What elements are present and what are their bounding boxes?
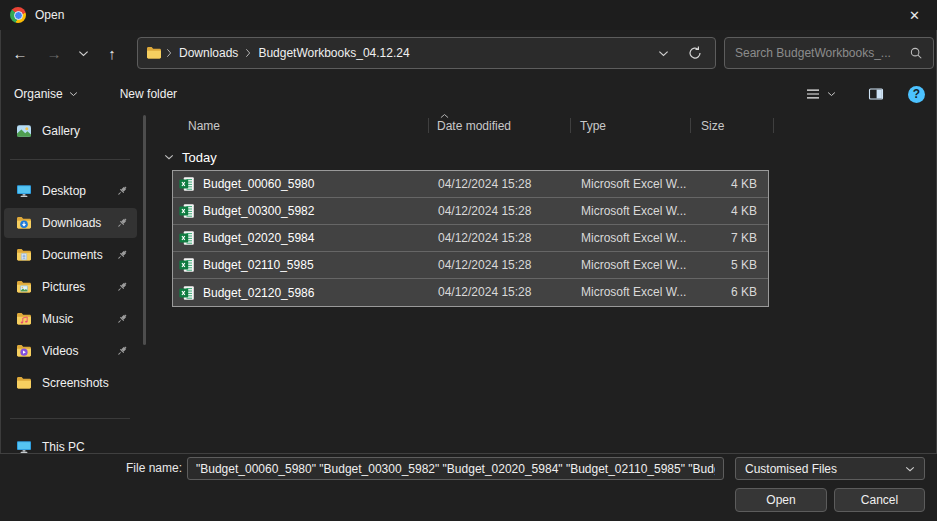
toolbar-right: ?	[797, 76, 925, 112]
desktop-icon	[16, 183, 32, 199]
sidebar-item-label: Pictures	[42, 280, 85, 294]
downloads-icon	[16, 215, 32, 231]
file-list-pane: Name Date modified Type Size Today Budge…	[137, 112, 937, 453]
file-date: 04/12/2024 15:28	[438, 198, 531, 225]
search-input[interactable]	[735, 46, 909, 60]
group-label: Today	[182, 150, 217, 165]
excel-file-icon	[179, 176, 195, 192]
sidebar-item-desktop[interactable]: Desktop	[4, 176, 137, 206]
file-type: Microsoft Excel W...	[581, 252, 686, 279]
sidebar-item-label: Documents	[42, 248, 103, 262]
file-name: Budget_02020_5984	[203, 231, 314, 245]
file-date: 04/12/2024 15:28	[438, 225, 531, 252]
file-date: 04/12/2024 15:28	[438, 252, 531, 279]
column-header-date-modified[interactable]: Date modified	[437, 119, 511, 133]
file-date: 04/12/2024 15:28	[438, 279, 531, 306]
sidebar-item-label: Gallery	[42, 124, 80, 138]
chevron-down-icon	[827, 91, 836, 97]
this-pc-icon	[16, 439, 32, 453]
sidebar-item-documents[interactable]: Documents	[4, 240, 137, 270]
sidebar-item-gallery[interactable]: Gallery	[4, 116, 137, 146]
close-icon: ✕	[909, 8, 920, 23]
sidebar-divider	[10, 159, 130, 160]
breadcrumb-current-folder[interactable]: BudgetWorkbooks_04.12.24	[255, 46, 412, 60]
group-collapse-icon	[164, 154, 174, 160]
column-headers: Name Date modified Type Size	[137, 112, 937, 138]
titlebar: Open ✕	[0, 0, 937, 30]
pictures-icon	[16, 279, 32, 295]
sidebar-item-label: Desktop	[42, 184, 86, 198]
file-type-value: Customised Files	[745, 462, 837, 476]
up-icon: ↑	[108, 45, 116, 62]
navigation-bar: ← → ↑ Downloads BudgetWorkbooks_04.12.24	[0, 30, 937, 76]
sidebar-item-videos[interactable]: Videos	[4, 336, 137, 366]
nav-buttons: ← → ↑	[4, 38, 128, 68]
breadcrumb-downloads[interactable]: Downloads	[176, 46, 241, 60]
file-size: 6 KB	[697, 279, 757, 306]
toolbar: Organise New folder ?	[0, 76, 937, 112]
file-size: 4 KB	[697, 198, 757, 225]
organise-button[interactable]: Organise	[6, 82, 86, 106]
music-icon	[16, 311, 32, 327]
sidebar-item-label: This PC	[42, 440, 85, 453]
column-separator[interactable]	[428, 118, 429, 133]
column-separator[interactable]	[570, 118, 571, 133]
file-row[interactable]: Budget_02020_5984 04/12/2024 15:28 Micro…	[173, 225, 768, 252]
folder-icon	[146, 45, 162, 61]
group-header-today[interactable]: Today	[137, 145, 217, 169]
sidebar-item-pictures[interactable]: Pictures	[4, 272, 137, 302]
sidebar-item-screenshots[interactable]: Screenshots	[4, 368, 137, 398]
file-type: Microsoft Excel W...	[581, 198, 686, 225]
up-button[interactable]: ↑	[96, 38, 128, 68]
new-folder-button[interactable]: New folder	[112, 82, 185, 106]
preview-pane-button[interactable]	[860, 81, 892, 107]
address-dropdown-icon[interactable]	[658, 50, 669, 57]
file-row[interactable]: Budget_00300_5982 04/12/2024 15:28 Micro…	[173, 198, 768, 225]
sidebar-item-this-pc[interactable]: This PC	[4, 432, 137, 453]
address-bar[interactable]: Downloads BudgetWorkbooks_04.12.24	[137, 37, 716, 69]
open-button[interactable]: Open	[735, 488, 827, 512]
column-separator[interactable]	[773, 118, 774, 133]
file-row[interactable]: Budget_02110_5985 04/12/2024 15:28 Micro…	[173, 252, 768, 279]
file-name: Budget_02110_5985	[203, 258, 314, 272]
excel-file-icon	[179, 230, 195, 246]
file-type-select[interactable]: Customised Files	[735, 457, 925, 480]
excel-file-icon	[179, 285, 195, 301]
column-header-type[interactable]: Type	[580, 119, 606, 133]
forward-button[interactable]: →	[38, 38, 70, 68]
sidebar-item-label: Screenshots	[42, 376, 109, 390]
sidebar-item-label: Videos	[42, 344, 78, 358]
window-title: Open	[35, 8, 64, 22]
pin-icon	[115, 344, 129, 358]
search-box	[724, 37, 934, 69]
help-button[interactable]: ?	[908, 86, 925, 103]
sidebar: Gallery Desktop Downloads Documents Pict…	[0, 112, 148, 453]
file-name-input[interactable]	[187, 457, 724, 480]
dialog-body: Gallery Desktop Downloads Documents Pict…	[0, 112, 937, 453]
file-size: 7 KB	[697, 225, 757, 252]
chrome-icon	[10, 7, 26, 23]
file-row[interactable]: Budget_02120_5986 04/12/2024 15:28 Micro…	[173, 279, 768, 306]
refresh-icon[interactable]	[687, 45, 703, 61]
pin-icon	[115, 184, 129, 198]
file-row[interactable]: Budget_00060_5980 04/12/2024 15:28 Micro…	[173, 171, 768, 198]
breadcrumb-chevron-icon	[166, 48, 172, 58]
open-file-dialog: Open ✕ ← → ↑ Downloads BudgetWorkbooks_0…	[0, 0, 937, 521]
sidebar-divider	[10, 418, 130, 419]
excel-file-icon	[179, 257, 195, 273]
close-button[interactable]: ✕	[892, 0, 937, 30]
file-selection-block: Budget_00060_5980 04/12/2024 15:28 Micro…	[172, 170, 769, 307]
recent-locations-button[interactable]	[72, 38, 94, 68]
back-button[interactable]: ←	[4, 38, 36, 68]
address-bar-controls	[658, 45, 707, 61]
column-separator[interactable]	[690, 118, 691, 133]
sidebar-item-downloads[interactable]: Downloads	[4, 208, 137, 238]
column-header-size[interactable]: Size	[701, 119, 724, 133]
pin-icon	[115, 216, 129, 230]
column-header-name[interactable]: Name	[188, 119, 220, 133]
folder-icon	[16, 375, 32, 391]
sidebar-item-music[interactable]: Music	[4, 304, 137, 334]
file-size: 4 KB	[697, 171, 757, 198]
cancel-button[interactable]: Cancel	[834, 488, 925, 512]
view-options-button[interactable]	[797, 81, 844, 107]
